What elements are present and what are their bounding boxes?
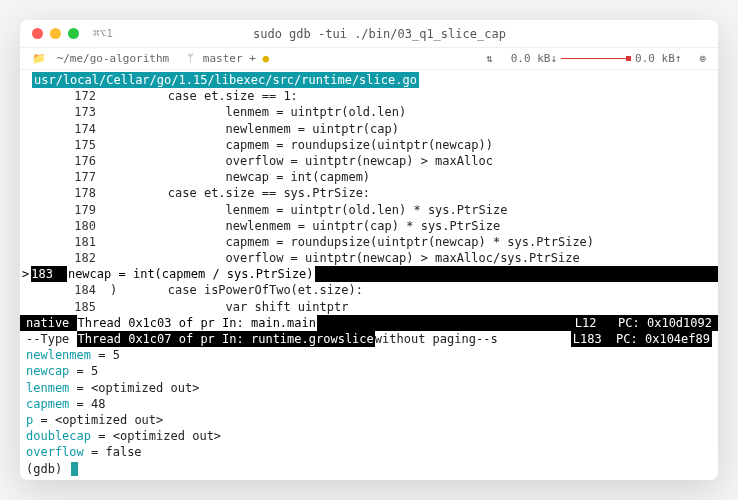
code-line: 178 case et.size == sys.PtrSize: <box>20 185 718 201</box>
toolbar: 📁 ~/me/go-algorithm ᛘ master + ● ⇅ 0.0 k… <box>20 48 718 70</box>
variable-line: lenmem = <optimized out> <box>20 380 718 396</box>
cwd-path: ~/me/go-algorithm <box>57 52 170 65</box>
sync-icon[interactable]: ⇅ <box>486 52 493 65</box>
shortcut-label: ⌘⌥1 <box>93 27 113 40</box>
net-down: 0.0 kB↓ 0.0 kB↑ <box>511 52 682 65</box>
variable-line: overflow = false <box>20 444 718 460</box>
close-icon[interactable] <box>32 28 43 39</box>
code-line: 185 var shift uintptr <box>20 299 718 315</box>
code-line: 177 newcap = int(capmem) <box>20 169 718 185</box>
status-row-2: --Type Thread 0x1c07 of pr In: runtime.g… <box>20 331 718 347</box>
current-line-marker: > <box>20 266 31 282</box>
terminal-body[interactable]: usr/local/Cellar/go/1.15/libexec/src/run… <box>20 70 718 480</box>
variable-line: capmem = 48 <box>20 396 718 412</box>
maximize-icon[interactable] <box>68 28 79 39</box>
net-graph-icon <box>561 58 631 59</box>
terminal-window: ⌘⌥1 sudo gdb -tui ./bin/03_q1_slice_cap … <box>20 20 718 480</box>
path-segment[interactable]: 📁 ~/me/go-algorithm <box>32 52 169 65</box>
code-line: 174 newlenmem = uintptr(cap) <box>20 121 718 137</box>
code-line: 182 overflow = uintptr(newcap) > maxAllo… <box>20 250 718 266</box>
current-line-code: newcap = int(capmem / sys.PtrSize) <box>67 266 315 282</box>
traffic-lights <box>32 28 79 39</box>
code-line: 172 case et.size == 1: <box>20 88 718 104</box>
code-line: 179 lenmem = uintptr(old.len) * sys.PtrS… <box>20 202 718 218</box>
status-row-1: native Thread 0x1c03 of pr In: main.main… <box>20 315 718 331</box>
variable-line: doublecap = <optimized out> <box>20 428 718 444</box>
window-title: sudo gdb -tui ./bin/03_q1_slice_cap <box>121 27 638 41</box>
branch-icon: ᛘ <box>187 52 194 65</box>
minimize-icon[interactable] <box>50 28 61 39</box>
code-line: 175 capmem = roundupsize(uintptr(newcap)… <box>20 137 718 153</box>
current-line: >183 newcap = int(capmem / sys.PtrSize) <box>20 266 718 282</box>
variable-line: newlenmem = 5 <box>20 347 718 363</box>
code-line: 176 overflow = uintptr(newcap) > maxAllo… <box>20 153 718 169</box>
code-line: 180 newlenmem = uintptr(cap) * sys.PtrSi… <box>20 218 718 234</box>
code-line: 173 lenmem = uintptr(old.len) <box>20 104 718 120</box>
code-line: 181 capmem = roundupsize(uintptr(newcap)… <box>20 234 718 250</box>
cursor-icon <box>71 462 78 476</box>
source-path: usr/local/Cellar/go/1.15/libexec/src/run… <box>32 72 419 88</box>
gear-icon[interactable]: ⊚ <box>699 52 706 65</box>
gdb-prompt[interactable]: (gdb) <box>20 461 718 477</box>
git-branch[interactable]: ᛘ master + ● <box>187 52 269 65</box>
variable-line: p = <optimized out> <box>20 412 718 428</box>
variable-line: newcap = 5 <box>20 363 718 379</box>
titlebar: ⌘⌥1 sudo gdb -tui ./bin/03_q1_slice_cap <box>20 20 718 48</box>
code-line: 184) case isPowerOfTwo(et.size): <box>20 282 718 298</box>
folder-icon: 📁 <box>32 52 46 65</box>
